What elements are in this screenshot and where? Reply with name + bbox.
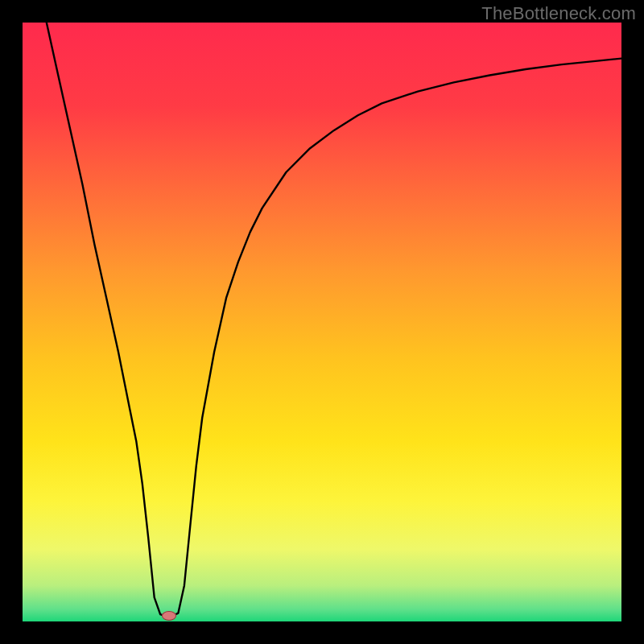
plot-area: [23, 23, 621, 621]
bottleneck-curve: [23, 23, 621, 621]
chart-frame: TheBottleneck.com: [0, 0, 644, 644]
optimal-point-marker: [162, 611, 176, 621]
watermark-text: TheBottleneck.com: [481, 3, 636, 24]
